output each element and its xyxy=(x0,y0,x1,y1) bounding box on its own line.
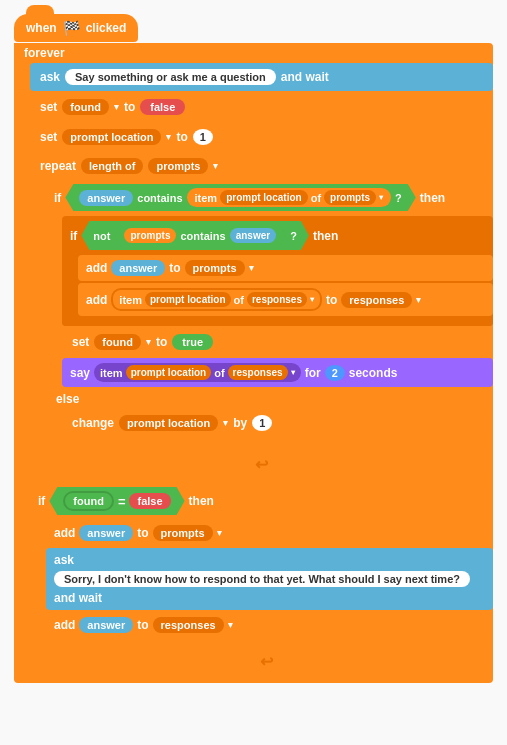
for-label: for xyxy=(305,366,321,380)
add-label1: add xyxy=(86,261,107,275)
if-not-block[interactable]: if not prompts contains answer xyxy=(62,216,493,326)
when-label: when xyxy=(26,21,57,35)
ask-block[interactable]: ask Say something or ask me a question a… xyxy=(30,63,493,91)
found-oval-green: found xyxy=(63,491,114,511)
forever-arrow: ↩ xyxy=(14,648,493,675)
answer-oval2: answer xyxy=(230,228,276,243)
forever-block[interactable]: forever ask Say something or ask me a qu… xyxy=(14,43,493,683)
if-found-false-block[interactable]: if found = false then add xyxy=(30,482,493,648)
item-responses-oval: item prompt location of responses ▾ xyxy=(111,288,322,311)
contains-label1: contains xyxy=(137,192,182,204)
script-stack: when 🏁 clicked forever ask Say something… xyxy=(8,8,499,689)
prompt-location-var1[interactable]: prompt location xyxy=(62,129,161,145)
prompts-contains-hex: prompts contains answer xyxy=(114,225,286,246)
answer-oval3: answer xyxy=(111,260,165,276)
if-label2: if xyxy=(70,229,77,243)
forever-label: forever xyxy=(14,43,493,63)
prompt-location-var2[interactable]: prompt location xyxy=(119,415,218,431)
if-label1: if xyxy=(54,191,61,205)
then-label1: then xyxy=(420,191,445,205)
not-condition: not prompts contains answer ? xyxy=(81,221,309,250)
ask-sorry-block[interactable]: ask Sorry, I don't know how to respond t… xyxy=(46,548,493,610)
when-flag-clicked-block[interactable]: when 🏁 clicked xyxy=(14,14,138,42)
add-answer-prompts-block2[interactable]: add answer to prompts ▾ xyxy=(46,520,493,546)
set-label3: set xyxy=(72,335,89,349)
prompts-oval4: prompts xyxy=(153,525,213,541)
to-label5: to xyxy=(156,335,167,349)
to-label2: to xyxy=(176,130,187,144)
set-found-block[interactable]: set found ▾ to false xyxy=(30,93,493,121)
then-label3: then xyxy=(189,494,214,508)
question-mark2: ? xyxy=(290,230,297,242)
false-value1: false xyxy=(140,99,185,115)
one-value2: 1 xyxy=(252,415,272,431)
two-value: 2 xyxy=(325,365,345,381)
true-value: true xyxy=(172,334,213,350)
not-label: not xyxy=(93,230,110,242)
set-label1: set xyxy=(40,100,57,114)
found-var2[interactable]: found xyxy=(94,334,141,350)
answer-oval1: answer xyxy=(79,190,133,206)
question-mark1: ? xyxy=(395,192,402,204)
to-label7: to xyxy=(137,618,148,632)
then-label2: then xyxy=(313,229,338,243)
to-label1: to xyxy=(124,100,135,114)
one-value1: 1 xyxy=(193,129,213,145)
item-oval1: item prompt location of prompts ▾ xyxy=(187,188,392,207)
scratch-canvas: when 🏁 clicked forever ask Say something… xyxy=(0,0,507,745)
add-label2: add xyxy=(86,293,107,307)
ask-wait2: and wait xyxy=(54,591,102,605)
prompts-oval2: prompts xyxy=(124,228,176,243)
repeat-label: repeat xyxy=(40,159,76,173)
clicked-label: clicked xyxy=(86,21,127,35)
prompts-oval3: prompts xyxy=(185,260,245,276)
add-label3: add xyxy=(54,526,75,540)
responses-oval1: responses xyxy=(341,292,412,308)
false-value2: false xyxy=(129,493,170,509)
ask-label2: ask xyxy=(54,553,74,567)
found-var1[interactable]: found xyxy=(62,99,109,115)
add-item-responses-block[interactable]: add item prompt location of responses ▾ xyxy=(78,283,493,316)
repeat-arrow: ↩ xyxy=(30,453,493,476)
seconds-label: seconds xyxy=(349,366,398,380)
change-label: change xyxy=(72,416,114,430)
add-label4: add xyxy=(54,618,75,632)
prompts-oval1: prompts xyxy=(324,190,376,205)
prompt-location-oval1: prompt location xyxy=(220,190,308,205)
answer-oval5: answer xyxy=(79,617,133,633)
say-label: say xyxy=(70,366,90,380)
repeat-block[interactable]: repeat length of prompts ▾ if xyxy=(30,153,493,476)
add-answer-prompts-block[interactable]: add answer to prompts ▾ xyxy=(78,255,493,281)
flag-icon: 🏁 xyxy=(63,20,80,36)
add-answer-responses-block[interactable]: add answer to responses ▾ xyxy=(46,612,493,638)
else-label: else xyxy=(46,389,493,409)
contains-label2: contains xyxy=(180,230,225,242)
to-label3: to xyxy=(169,261,180,275)
prompts-var1[interactable]: prompts xyxy=(148,158,208,174)
item-say-oval: item prompt location of responses ▾ xyxy=(94,363,301,382)
change-prompt-location-block[interactable]: change prompt location ▾ by 1 xyxy=(62,409,493,437)
set-label2: set xyxy=(40,130,57,144)
if-label3: if xyxy=(38,494,45,508)
by-label: by xyxy=(233,416,247,430)
to-label6: to xyxy=(137,526,148,540)
if-contains-block[interactable]: if answer contains item prompt location xyxy=(46,179,493,449)
answer-oval4: answer xyxy=(79,525,133,541)
say-item-block[interactable]: say item prompt location of responses ▾ xyxy=(62,358,493,387)
to-label4: to xyxy=(326,293,337,307)
length-of-label: length of xyxy=(81,158,143,174)
ask-wait-label: and wait xyxy=(281,70,329,84)
contains-condition: answer contains item prompt location of … xyxy=(65,184,415,211)
found-false-condition: found = false xyxy=(49,487,184,515)
set-found-true-block[interactable]: set found ▾ to true xyxy=(62,328,493,356)
sorry-text: Sorry, I don't know how to respond to th… xyxy=(54,571,470,587)
ask-label: ask xyxy=(40,70,60,84)
set-prompt-location-block[interactable]: set prompt location ▾ to 1 xyxy=(30,123,493,151)
responses-oval2: responses xyxy=(153,617,224,633)
ask-question-value: Say something or ask me a question xyxy=(65,69,276,85)
